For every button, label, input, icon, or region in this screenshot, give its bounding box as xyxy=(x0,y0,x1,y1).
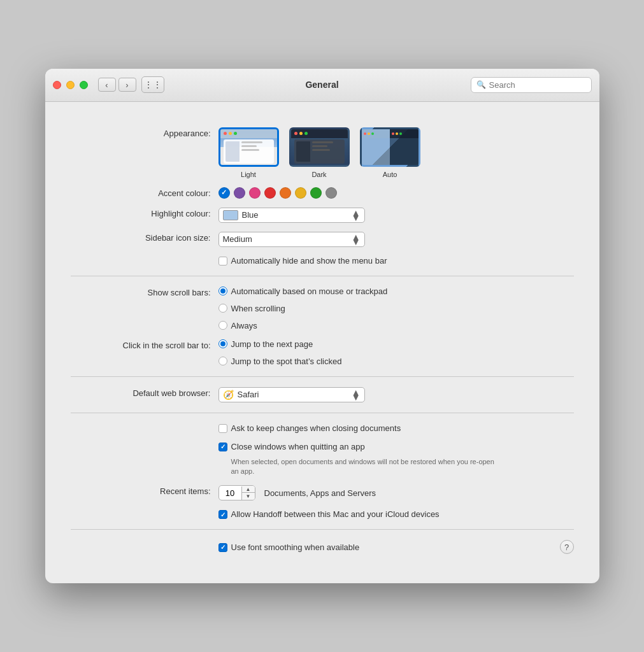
accent-yellow[interactable] xyxy=(295,187,306,199)
recent-items-label: Recent items: xyxy=(71,485,211,496)
close-windows-checkbox-row: Close windows when quitting an app xyxy=(218,442,365,451)
appearance-light[interactable]: Light xyxy=(218,127,279,178)
help-button[interactable]: ? xyxy=(560,540,574,554)
accent-red[interactable] xyxy=(264,187,276,199)
font-smoothing-label: Use font smoothing when available xyxy=(231,542,360,552)
recent-items-stepper[interactable]: 10 ▲ ▼ xyxy=(218,485,255,500)
stepper-up[interactable]: ▲ xyxy=(242,486,255,493)
scroll-bars-section: Show scroll bars: Automatically based on… xyxy=(71,276,574,376)
ask-keep-changes-label: Ask to keep changes when closing documen… xyxy=(231,423,401,433)
ask-keep-changes-checkbox[interactable] xyxy=(218,424,227,433)
maximize-button[interactable] xyxy=(80,81,88,89)
grid-button[interactable]: ⋮⋮ xyxy=(141,76,164,93)
handoff-controls: Allow Handoff between this Mac and your … xyxy=(218,509,440,519)
show-scroll-bars-label: Show scroll bars: xyxy=(71,287,211,297)
accent-purple[interactable] xyxy=(234,187,245,199)
click-next-page-row: Jump to the next page xyxy=(218,339,313,349)
handoff-label: Allow Handoff between this Mac and your … xyxy=(231,509,440,519)
default-browser-label: Default web browser: xyxy=(71,387,211,398)
default-browser-dropdown[interactable]: 🧭 Safari ▲▼ xyxy=(218,387,365,402)
ask-keep-changes-controls: Ask to keep changes when closing documen… xyxy=(218,423,401,433)
appearance-light-label: Light xyxy=(241,171,256,178)
appearance-auto-label: Auto xyxy=(383,171,397,178)
accent-colour-row: Accent colour: xyxy=(71,187,574,199)
accent-blue[interactable] xyxy=(218,187,230,199)
scroll-auto-radio[interactable] xyxy=(218,287,227,295)
appearance-thumb-light xyxy=(218,127,279,167)
stepper-down[interactable]: ▼ xyxy=(242,493,255,500)
close-windows-label: Close windows when quitting an app xyxy=(231,442,365,451)
handoff-row: Allow Handoff between this Mac and your … xyxy=(71,509,574,519)
scroll-always-radio[interactable] xyxy=(218,321,227,330)
scroll-scrolling-row: When scrolling xyxy=(218,304,285,313)
click-scroll-bar-label: Click in the scroll bar to: xyxy=(71,339,211,350)
handoff-spacer xyxy=(71,509,211,511)
scroll-scrolling-radio[interactable] xyxy=(218,304,227,313)
close-windows-checkbox[interactable] xyxy=(218,443,227,451)
appearance-auto[interactable]: Auto xyxy=(360,127,420,178)
system-preferences-window: ‹ › ⋮⋮ General 🔍 Appearance: xyxy=(45,69,599,584)
font-smoothing-row: Use font smoothing when available ? xyxy=(71,540,574,554)
accent-orange[interactable] xyxy=(280,187,291,199)
highlight-colour-label: Highlight colour: xyxy=(71,208,211,218)
handoff-checkbox-row: Allow Handoff between this Mac and your … xyxy=(218,509,440,519)
appearance-thumb-auto xyxy=(360,127,420,167)
appearance-options: Light xyxy=(218,127,420,178)
highlight-colour-row: Highlight colour: Blue ▲▼ xyxy=(71,208,574,223)
appearance-section: Appearance: xyxy=(71,117,574,276)
minimize-button[interactable] xyxy=(66,81,75,89)
close-windows-sub-text: When selected, open documents and window… xyxy=(231,457,499,477)
handoff-checkbox[interactable] xyxy=(218,510,227,519)
menu-bar-label xyxy=(71,256,211,257)
search-box[interactable]: 🔍 xyxy=(471,77,592,93)
sidebar-icon-size-controls: Medium ▲▼ xyxy=(218,232,365,247)
sidebar-icon-size-dropdown[interactable]: Medium ▲▼ xyxy=(218,232,365,247)
click-scroll-bar-options: Jump to the next page Jump to the spot t… xyxy=(218,339,342,366)
safari-icon: 🧭 xyxy=(223,390,234,400)
appearance-dark[interactable]: Dark xyxy=(289,127,350,178)
scroll-auto-label: Automatically based on mouse or trackpad xyxy=(231,287,388,296)
close-button[interactable] xyxy=(53,81,61,89)
scroll-auto-row: Automatically based on mouse or trackpad xyxy=(218,287,388,296)
click-spot-row: Jump to the spot that’s clicked xyxy=(218,357,342,366)
back-button[interactable]: ‹ xyxy=(98,78,116,92)
click-spot-radio[interactable] xyxy=(218,357,227,365)
sidebar-icon-size-row: Sidebar icon size: Medium ▲▼ xyxy=(71,232,574,247)
default-browser-value: Safari xyxy=(238,390,259,399)
font-smoothing-checkbox-row: Use font smoothing when available xyxy=(218,542,360,552)
ask-keep-changes-checkbox-row: Ask to keep changes when closing documen… xyxy=(218,423,401,433)
default-browser-row: Default web browser: 🧭 Safari ▲▼ xyxy=(71,387,574,402)
dropdown-arrow-icon2: ▲▼ xyxy=(352,234,361,244)
scroll-scrolling-label: When scrolling xyxy=(231,304,285,313)
click-next-page-radio[interactable] xyxy=(218,339,227,348)
appearance-row: Appearance: xyxy=(71,127,574,178)
appearance-dark-label: Dark xyxy=(311,171,326,178)
menu-bar-checkbox-row: Automatically hide and show the menu bar xyxy=(218,256,387,266)
recent-items-value: 10 xyxy=(219,486,242,500)
menu-bar-checkbox[interactable] xyxy=(218,257,227,266)
show-scroll-bars-options: Automatically based on mouse or trackpad… xyxy=(218,287,388,330)
accent-green[interactable] xyxy=(310,187,322,199)
recent-items-controls: 10 ▲ ▼ Documents, Apps and Servers xyxy=(218,485,376,500)
show-scroll-bars-row: Show scroll bars: Automatically based on… xyxy=(71,287,574,330)
default-browser-controls: 🧭 Safari ▲▼ xyxy=(218,387,365,402)
titlebar: ‹ › ⋮⋮ General 🔍 xyxy=(45,69,599,102)
highlight-colour-dropdown[interactable]: Blue ▲▼ xyxy=(218,208,365,223)
menu-bar-row: Automatically hide and show the menu bar xyxy=(71,256,574,266)
browser-section: Default web browser: 🧭 Safari ▲▼ xyxy=(71,376,574,413)
close-windows-controls: Close windows when quitting an app When … xyxy=(218,442,499,477)
font-smoothing-section: Use font smoothing when available ? xyxy=(71,529,574,564)
documents-section: Ask to keep changes when closing documen… xyxy=(71,413,574,530)
click-scroll-bar-row: Click in the scroll bar to: Jump to the … xyxy=(71,339,574,366)
accent-pink[interactable] xyxy=(249,187,261,199)
search-icon: 🔍 xyxy=(476,80,486,89)
search-input[interactable] xyxy=(489,80,586,90)
forward-button[interactable]: › xyxy=(118,78,136,92)
click-spot-label: Jump to the spot that’s clicked xyxy=(231,357,342,366)
font-smoothing-checkbox[interactable] xyxy=(218,543,227,552)
ask-keep-changes-spacer xyxy=(71,423,211,425)
accent-colour-options xyxy=(218,187,337,199)
nav-buttons: ‹ › xyxy=(98,78,136,92)
accent-graphite[interactable] xyxy=(326,187,337,199)
dropdown-arrow-icon3: ▲▼ xyxy=(352,390,361,400)
